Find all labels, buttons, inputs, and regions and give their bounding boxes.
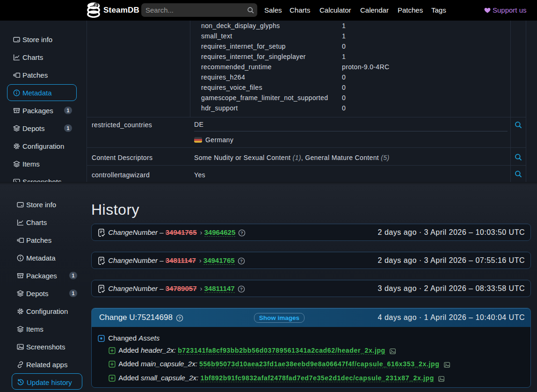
svg-text:?: ? <box>178 315 181 320</box>
svg-text:?: ? <box>240 286 243 291</box>
svg-text:?: ? <box>240 258 243 263</box>
svg-text:?: ? <box>241 230 244 235</box>
